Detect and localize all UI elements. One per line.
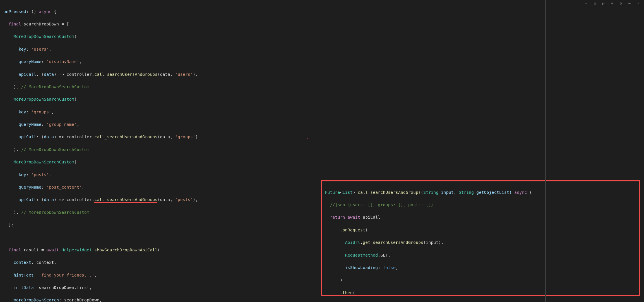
- code-line: MoreDropDownSearchCustom(: [3, 159, 644, 165]
- code-line: MoreDropDownSearchCustom(: [3, 96, 644, 103]
- inset-panel: Future<List> call_searchUsersAndGroups(S…: [321, 180, 640, 296]
- code-line: MoreDropDownSearchCustom(: [3, 34, 644, 40]
- search-icon[interactable]: ⌕: [636, 1, 641, 6]
- code-line: ), // MoreDropDownSearchCustom: [3, 147, 644, 153]
- code-line: ): [325, 277, 636, 283]
- code-line: Future<List> call_searchUsersAndGroups(S…: [325, 189, 636, 196]
- play-icon[interactable]: ▷: [601, 1, 606, 6]
- bug-icon[interactable]: ⌫: [610, 1, 614, 6]
- code-line: ), // MoreDropDownSearchCustom: [3, 84, 644, 90]
- split-icon[interactable]: ◫: [593, 1, 597, 6]
- code-line: key: 'groups',: [3, 109, 644, 115]
- code-line: apiCall: (data) => controller.call_searc…: [3, 71, 644, 78]
- code-line: ApiUrl.get_searchUsersAndGroups(input),: [325, 240, 636, 246]
- editor-toolbar: ▭ ◫ ▷ ⌫ ⚙ ⋯ ⌕: [584, 1, 641, 6]
- settings-icon[interactable]: ⚙: [619, 1, 623, 6]
- code-line: queryName: 'displayName',: [3, 59, 644, 65]
- code-line: queryName: 'group_name',: [3, 121, 644, 128]
- code-line: return await apiCall: [325, 214, 636, 221]
- red-dot-marker: ·: [306, 135, 308, 142]
- code-line: //json {users: [], groups: [], posts: []…: [325, 202, 636, 208]
- code-line: isShowLoading: false,: [325, 265, 636, 271]
- more-icon[interactable]: ⋯: [627, 1, 632, 6]
- code-line: onPressed: () async {: [3, 9, 644, 15]
- layout-icon[interactable]: ▭: [584, 1, 588, 6]
- code-line: RequestMethod.GET,: [325, 252, 636, 259]
- editor-ruler: [545, 0, 546, 302]
- code-line: .then(: [325, 290, 636, 296]
- code-line: final searchDropDown = [: [3, 21, 644, 27]
- code-line: key: 'users',: [3, 46, 644, 53]
- code-line: .onRequest(: [325, 227, 636, 233]
- code-line: apiCall: (data) => controller.call_searc…: [3, 134, 644, 140]
- code-line: key: 'posts',: [3, 172, 644, 178]
- underlined-call: call_searchUsersAndGroups: [94, 197, 157, 203]
